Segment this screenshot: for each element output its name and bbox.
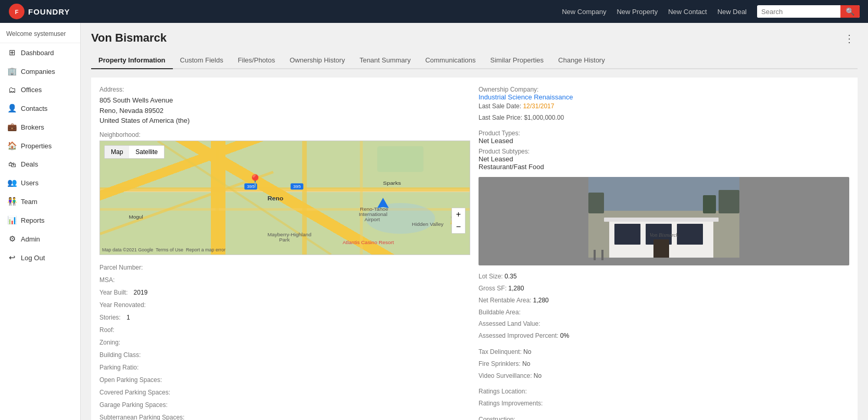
ownership-block: Ownership Company: Industrial Science Re… [479,86,849,123]
left-column: Address: 805 South Wells Avenue Reno, Ne… [99,86,470,420]
offices-icon: 🗂 [7,85,17,94]
map-terms-link[interactable]: Terms of Use [156,247,183,252]
sidebar-item-label: Users [21,179,39,187]
svg-rect-39 [588,193,604,213]
tab-change-history[interactable]: Change History [551,52,612,69]
topnav-actions: New Company New Property New Contact New… [562,5,860,18]
deals-icon: 🛍 [7,160,17,169]
tab-communications[interactable]: Communications [418,52,483,69]
sidebar-item-properties[interactable]: 🏠 Properties [0,136,80,155]
svg-text:International: International [359,211,387,217]
sidebar-item-label: Team [21,198,37,206]
sidebar-item-label: Contacts [21,105,47,112]
sidebar-item-offices[interactable]: 🗂 Offices [0,81,80,99]
sidebar-item-label: Companies [21,68,55,75]
svg-rect-2 [100,187,470,192]
address-line1: 805 South Wells Avenue [99,95,470,106]
logo: F FOUNDRY [8,3,70,20]
reports-icon: 📊 [7,215,17,225]
svg-text:Sparks: Sparks [383,180,401,185]
new-company-link[interactable]: New Company [562,8,606,16]
svg-text:F: F [15,9,19,15]
ratings-info: Ratings Location: Ratings Improvements: [479,386,849,410]
svg-text:Hidden Valley: Hidden Valley [412,222,444,227]
topnav: F FOUNDRY New Company New Property New C… [0,0,868,23]
sidebar-item-label: Dashboard [21,49,54,57]
address-block: Address: 805 South Wells Avenue Reno, Ne… [99,86,470,126]
sidebar-item-team[interactable]: 👫 Team [0,192,80,211]
new-deal-link[interactable]: New Deal [718,8,747,16]
svg-rect-4 [216,141,219,254]
sidebar-item-admin[interactable]: ⚙ Admin [0,230,80,248]
svg-text:Airport: Airport [364,217,380,222]
ownership-company-label: Ownership Company: [479,86,849,93]
team-icon: 👫 [7,197,17,206]
svg-rect-41 [703,195,716,213]
search-button[interactable]: 🔍 [840,5,860,18]
tab-similar-properties[interactable]: Similar Properties [483,52,551,69]
address-label: Address: [99,86,470,93]
product-subtypes-value2: Restaurant/Fast Food [479,163,849,171]
properties-icon: 🏠 [7,141,17,150]
svg-text:Park: Park [279,237,290,242]
last-sale-date-value: 12/31/2017 [523,103,554,110]
svg-text:Reno: Reno [268,195,283,201]
sidebar-item-logout[interactable]: ↩ Log Out [0,248,80,267]
svg-marker-25 [378,198,389,208]
tab-ownership-history[interactable]: Ownership History [282,52,352,69]
admin-icon: ⚙ [7,234,17,244]
sidebar-item-label: Properties [21,142,52,150]
tab-property-information[interactable]: Property Information [91,52,173,69]
search-input[interactable] [757,6,840,18]
property-info-card: Address: 805 South Wells Avenue Reno, Ne… [91,78,858,420]
sidebar-item-reports[interactable]: 📊 Reports [0,211,80,230]
product-subtypes-value1: Net Leased [479,155,849,163]
sidebar-item-companies[interactable]: 🏢 Companies [0,62,80,81]
satellite-view-button[interactable]: Satellite [129,146,164,158]
svg-rect-6 [360,141,363,254]
map-report-link[interactable]: Report a map error [186,247,225,252]
sidebar-item-deals[interactable]: 🛍 Deals [0,155,80,173]
tab-tenant-summary[interactable]: Tenant Summary [352,52,418,69]
sidebar-item-users[interactable]: 👥 Users [0,173,80,192]
sidebar: Welcome systemuser ⊞ Dashboard 🏢 Compani… [0,23,81,420]
misc-info: Tax Delinquent: No Fire Sprinklers: No V… [479,346,849,381]
map-view-button[interactable]: Map [105,146,129,158]
address-line3: United States of America (the) [99,116,470,126]
property-photo: Von Bismarck [479,177,849,265]
brokers-icon: 💼 [7,122,17,132]
ownership-company-link[interactable]: Industrial Science Renaissance [479,93,573,101]
address-text: 805 South Wells Avenue Reno, Nevada 8950… [99,95,470,126]
new-property-link[interactable]: New Property [617,8,658,16]
svg-rect-38 [588,177,739,211]
last-sale-price-value: $1,000,000.00 [524,114,564,121]
zoom-in-button[interactable]: + [452,208,465,221]
new-contact-link[interactable]: New Contact [668,8,707,16]
svg-rect-37 [601,250,603,260]
search-box: 🔍 [757,5,860,18]
sidebar-item-brokers[interactable]: 💼 Brokers [0,118,80,136]
product-types-label: Product Types: [479,130,849,137]
page-header: Von Bismarck ⋮ [91,31,858,46]
tabs: Property Information Custom Fields Files… [91,52,858,69]
lot-info: Lot Size: 0.35 Gross SF: 1,280 Net Renta… [479,271,849,342]
more-options-button[interactable]: ⋮ [841,31,858,46]
sidebar-item-dashboard[interactable]: ⊞ Dashboard [0,43,80,62]
logout-icon: ↩ [7,253,17,262]
svg-text:Atlantis Casino Resort: Atlantis Casino Resort [343,239,394,245]
neighborhood-label: Neighborhood: [99,131,470,138]
zoom-out-button[interactable]: − [452,221,465,233]
logo-text: FOUNDRY [28,7,70,16]
tab-files-photos[interactable]: Files/Photos [231,52,283,69]
svg-rect-30 [614,224,640,245]
companies-icon: 🏢 [7,67,17,76]
map-controls: Map Satellite [104,145,165,159]
tab-custom-fields[interactable]: Custom Fields [173,52,231,69]
svg-rect-35 [588,258,739,265]
svg-text:Von Bismarck: Von Bismarck [650,232,678,238]
svg-rect-32 [677,224,703,245]
sidebar-item-contacts[interactable]: 👤 Contacts [0,99,80,118]
page-title: Von Bismarck [91,31,167,45]
property-details: Parcel Number: MSA: Year Built: 2019 Yea… [99,261,470,421]
right-column: Ownership Company: Industrial Science Re… [479,86,849,420]
